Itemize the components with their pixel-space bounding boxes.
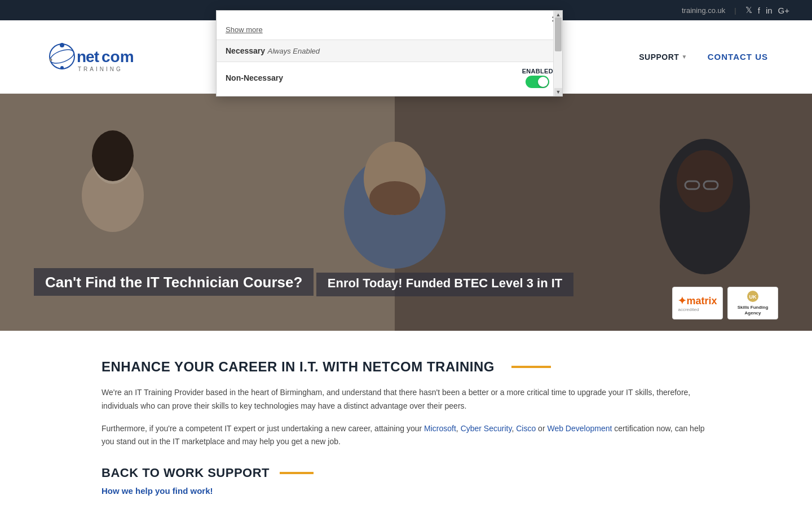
modal-scrollbar[interactable]: ▲ ▼ — [553, 11, 562, 96]
sep3: or — [536, 424, 547, 433]
sep1: , — [456, 424, 461, 433]
sfa-crest-icon: UK — [747, 290, 759, 303]
social-links: 𝕏 f in G+ — [745, 5, 789, 15]
find-work-link[interactable]: How we help you find work! — [102, 486, 213, 496]
toggle-container: Enabled — [522, 68, 553, 88]
hero-subtitle: Enrol Today! Funded BTEC Level 3 in IT — [316, 273, 573, 296]
logo-svg: net com TRAINING — [34, 38, 147, 75]
section1-para2-pre: Furthermore, if you're a competent IT ex… — [102, 424, 424, 433]
hero-badges: ✦matrix accredited UK Skills FundingAgen… — [672, 287, 778, 319]
top-bar-divider: | — [734, 6, 736, 15]
svg-point-4 — [50, 59, 52, 62]
cookie-row-non-necessary: Non-Necessary Enabled — [217, 62, 562, 94]
cookie-consent-modal: × Show more Necessary Always Enabled Non… — [216, 10, 563, 97]
linkedin-icon[interactable]: in — [766, 6, 773, 15]
non-necessary-label: Non-Necessary — [226, 73, 304, 82]
necessary-status-text: Always Enabled — [268, 47, 320, 55]
svg-text:TRAINING: TRAINING — [78, 66, 123, 72]
logo: net com TRAINING — [34, 38, 147, 75]
hero-section: Can't Find the IT Technician Course? Enr… — [0, 94, 812, 331]
chevron-down-icon: ▼ — [681, 54, 687, 60]
modal-body: Show more Necessary Always Enabled Non-N… — [217, 24, 562, 96]
svg-text:com: com — [102, 48, 134, 65]
non-necessary-toggle-wrap: Enabled — [522, 68, 553, 88]
svg-point-3 — [60, 66, 64, 69]
sfa-text: Skills FundingAgency — [738, 305, 769, 317]
matrix-sub: accredited — [678, 307, 717, 312]
nav-label-support: SUPPORT — [639, 52, 679, 62]
section2-underline — [280, 472, 314, 474]
main-nav: SUPPORT ▼ CONTACT US — [629, 52, 778, 62]
toggle-knob — [538, 77, 548, 87]
non-necessary-toggle[interactable] — [526, 76, 549, 88]
hero-content: Can't Find the IT Technician Course? Enr… — [34, 268, 573, 297]
section1-para2: Furthermore, if you're a competent IT ex… — [102, 422, 710, 449]
section2-title-text: BACK TO WORK SUPPORT — [102, 466, 270, 480]
svg-point-1 — [48, 47, 76, 66]
show-more-link[interactable]: Show more — [217, 24, 272, 40]
matrix-badge: ✦matrix accredited — [672, 287, 723, 319]
email-text: training.co.uk — [682, 6, 725, 15]
nav-item-support[interactable]: SUPPORT ▼ — [629, 52, 698, 62]
sfa-badge: UK Skills FundingAgency — [727, 287, 778, 319]
svg-point-2 — [60, 43, 64, 47]
link-cybersecurity[interactable]: Cyber Security — [461, 424, 512, 433]
nav-label-contact: CONTACT US — [708, 52, 768, 62]
cookie-necessary-label: Necessary Always Enabled — [226, 46, 320, 56]
scroll-down-arrow[interactable]: ▼ — [554, 88, 562, 96]
svg-text:UK: UK — [749, 294, 756, 300]
svg-text:net: net — [77, 48, 99, 65]
toggle-label: Enabled — [522, 68, 553, 75]
section1-title: ENHANCE YOUR CAREER IN I.T. WITH NETCOM … — [102, 359, 710, 375]
section1-underline — [511, 366, 551, 368]
matrix-logo: ✦matrix — [678, 295, 717, 307]
link-webdev[interactable]: Web Development — [547, 424, 612, 433]
googleplus-icon[interactable]: G+ — [778, 6, 789, 15]
section1-body: We're an IT Training Provider based in t… — [102, 386, 710, 449]
scroll-thumb[interactable] — [555, 17, 562, 51]
section1-title-text: ENHANCE YOUR CAREER IN I.T. WITH NETCOM … — [102, 359, 495, 375]
main-content: ENHANCE YOUR CAREER IN I.T. WITH NETCOM … — [0, 331, 812, 508]
link-microsoft[interactable]: Microsoft — [424, 424, 456, 433]
hero-title: Can't Find the IT Technician Course? — [34, 268, 314, 296]
section2-title: BACK TO WORK SUPPORT — [102, 466, 710, 480]
twitter-icon[interactable]: 𝕏 — [745, 5, 752, 15]
cookie-row-necessary: Necessary Always Enabled — [217, 40, 562, 62]
modal-header: × — [217, 11, 562, 24]
nav-item-contact[interactable]: CONTACT US — [698, 52, 778, 62]
link-cisco[interactable]: Cisco — [516, 424, 536, 433]
section1-para1: We're an IT Training Provider based in t… — [102, 386, 710, 413]
facebook-icon[interactable]: f — [758, 6, 760, 15]
svg-point-0 — [50, 44, 74, 69]
